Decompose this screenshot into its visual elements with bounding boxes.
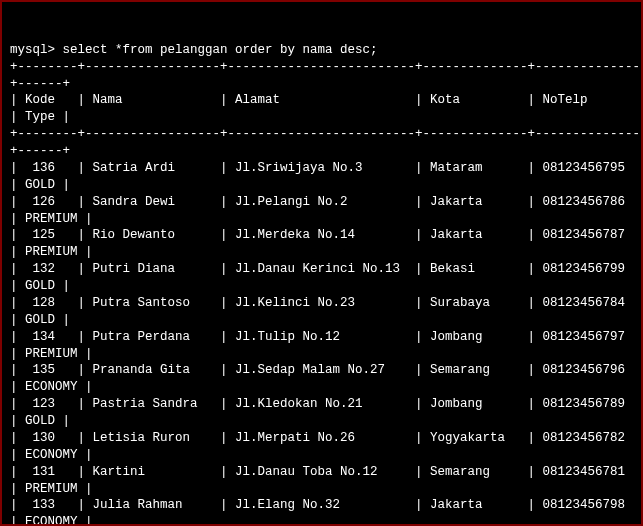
query-result-table: +--------+------------------+-----------… — [10, 59, 633, 526]
sql-query: select *from pelanggan order by nama des… — [63, 43, 378, 57]
prompt: mysql> — [10, 43, 63, 57]
mysql-terminal-output: mysql> select *from pelanggan order by n… — [10, 42, 633, 526]
command-line: mysql> select *from pelanggan order by n… — [10, 42, 633, 59]
